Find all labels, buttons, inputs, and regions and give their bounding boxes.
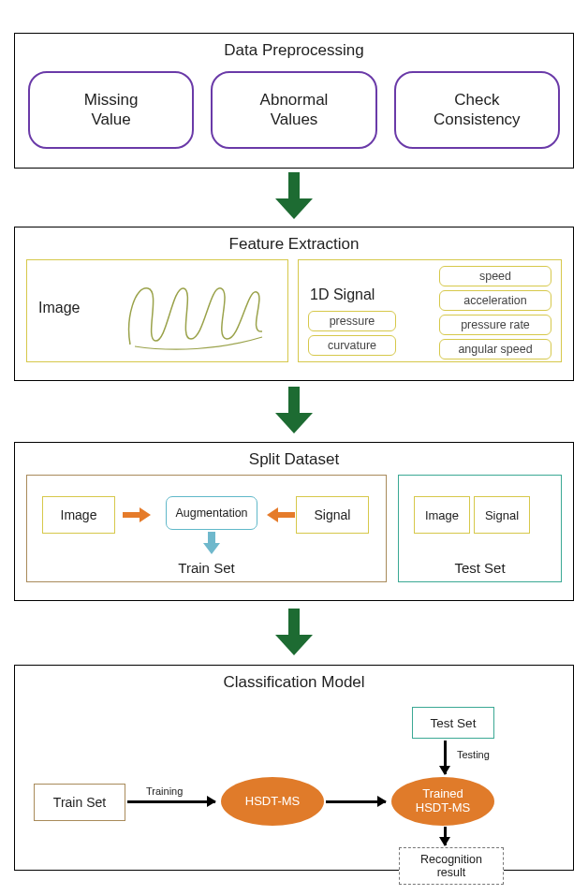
flow-arrow-icon [275,387,313,433]
train-signal-box: Signal [296,496,369,534]
arrow-down-icon [441,741,450,774]
arrow-right-icon [123,507,154,522]
stage-classification-model: Classification Model Train Set Training … [14,665,574,871]
feature-image-box: Image [26,259,288,362]
test-set-caption: Test Set [399,560,561,576]
arrow-down-icon [441,827,450,845]
test-set-node: Test Set [412,707,494,739]
image-label: Image [38,300,80,316]
flow-arrow-icon [275,172,313,219]
chip-pressure: pressure [308,311,396,331]
arrow-left-icon [263,507,295,522]
recognition-result-node: Recognitionresult [399,847,504,885]
pill-abnormal-values: AbnormalValues [211,71,376,149]
stage-title: Data Preprocessing [15,34,573,66]
pill-row: MissingValue AbnormalValues CheckConsist… [15,66,573,149]
feature-signal-box: 1D Signal pressure curvature speed accel… [298,259,562,362]
hsdt-ms-node: HSDT-MS [221,777,324,826]
chip-curvature: curvature [308,335,396,356]
stage-title: Classification Model [15,666,573,697]
training-label: Training [146,785,183,797]
trained-hsdt-ms-node: TrainedHSDT-MS [391,777,494,826]
chip-acceleration: acceleration [439,290,551,311]
stage-feature-extraction: Feature Extraction Image 1D Signal press… [14,227,574,381]
arrow-down-icon [203,532,220,556]
augmentation-box: Augmentation [166,496,257,530]
stage-split-dataset: Split Dataset Image Augmentation Signal … [14,442,574,601]
chip-speed: speed [439,266,551,286]
train-set-node: Train Set [34,784,125,821]
stage-title: Split Dataset [15,443,573,475]
test-signal-box: Signal [474,496,530,534]
test-set-panel: Image Signal Test Set [398,475,562,582]
pill-check-consistency: CheckConsistency [394,71,560,149]
train-set-caption: Train Set [27,560,386,576]
arrow-right-icon [326,798,386,807]
handwriting-scribble-icon [116,271,275,356]
pill-missing-value: MissingValue [28,71,194,149]
testing-label: Testing [457,749,490,760]
signal-label: 1D Signal [310,286,375,303]
test-image-box: Image [414,496,470,534]
arrow-right-icon [127,798,215,807]
train-set-panel: Image Augmentation Signal Train Set [26,475,387,582]
flow-arrow-icon [275,609,313,655]
train-image-box: Image [42,496,115,534]
chip-angular-speed: angular speed [439,339,551,359]
stage-data-preprocessing: Data Preprocessing MissingValue Abnormal… [14,33,574,169]
stage-title: Feature Extraction [15,227,573,259]
chip-pressure-rate: pressure rate [439,315,551,335]
